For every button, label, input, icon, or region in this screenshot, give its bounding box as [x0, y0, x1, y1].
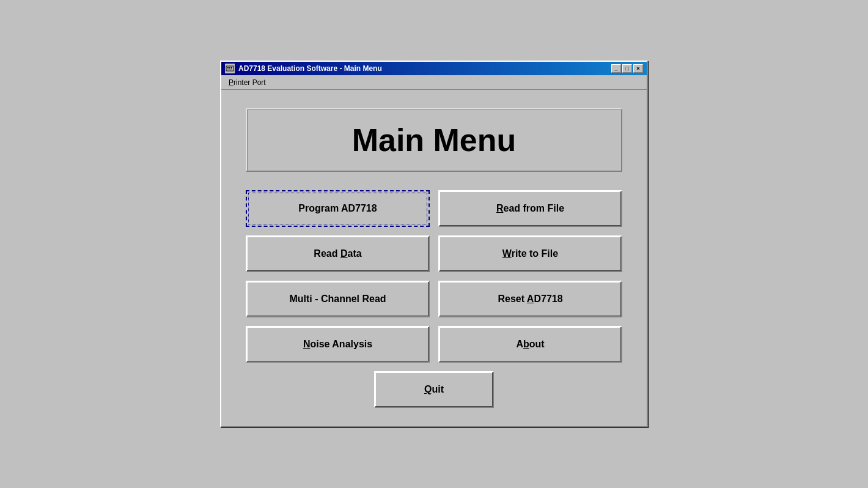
main-menu-title-box: Main Menu	[246, 108, 622, 172]
reset-ad7718-button[interactable]: Reset AD7718	[438, 281, 622, 317]
svg-rect-3	[231, 67, 232, 68]
button-grid: Program AD7718 Read from File Read Data …	[246, 190, 622, 363]
read-from-file-button[interactable]: Read from File	[438, 190, 622, 227]
title-bar: AD7718 Evaluation Software - Main Menu _…	[221, 62, 647, 75]
main-menu-heading: Main Menu	[271, 122, 597, 158]
window-content: Main Menu Program AD7718 Read from File …	[221, 90, 647, 426]
svg-rect-4	[227, 69, 232, 70]
svg-rect-1	[227, 67, 229, 68]
program-ad7718-button[interactable]: Program AD7718	[246, 190, 430, 227]
multi-channel-read-button[interactable]: Multi - Channel Read	[246, 281, 430, 317]
about-button[interactable]: About	[438, 326, 622, 363]
menu-item-printer-port[interactable]: Printer Port	[225, 77, 270, 88]
title-buttons: _ □ ×	[611, 64, 643, 73]
minimize-button[interactable]: _	[611, 64, 621, 73]
maximize-button[interactable]: □	[622, 64, 632, 73]
menu-bar: Printer Port	[221, 75, 647, 90]
read-data-button[interactable]: Read Data	[246, 235, 430, 272]
close-button[interactable]: ×	[633, 64, 643, 73]
app-icon	[225, 64, 235, 73]
main-window: AD7718 Evaluation Software - Main Menu _…	[220, 61, 648, 427]
write-to-file-button[interactable]: Write to File	[438, 235, 622, 272]
quit-button[interactable]: Quit	[374, 371, 494, 408]
window-title: AD7718 Evaluation Software - Main Menu	[238, 64, 382, 73]
noise-analysis-button[interactable]: Noise Analysis	[246, 326, 430, 363]
svg-rect-2	[229, 67, 230, 68]
quit-row: Quit	[246, 371, 622, 408]
title-bar-left: AD7718 Evaluation Software - Main Menu	[225, 64, 382, 73]
